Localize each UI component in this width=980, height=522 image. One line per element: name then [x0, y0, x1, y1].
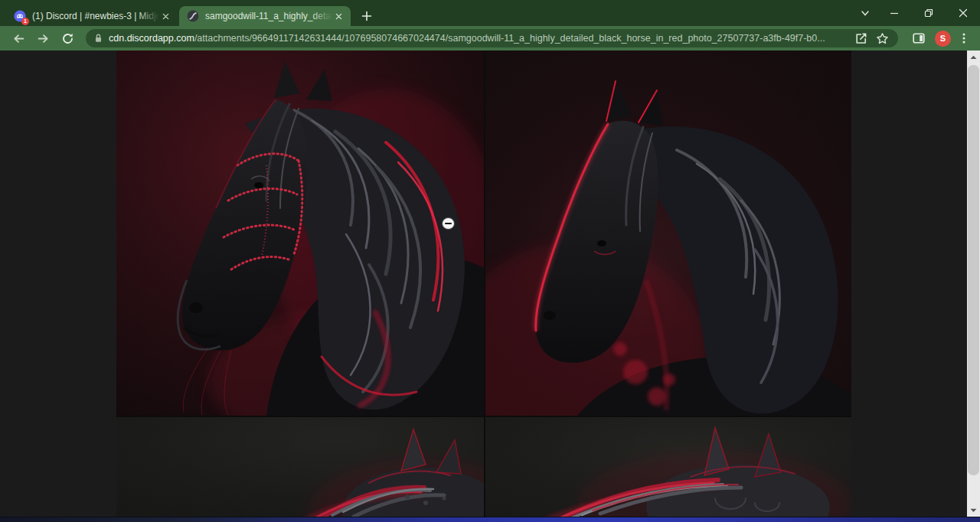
horse-artwork-braided-right: [485, 417, 851, 522]
tab-image[interactable]: samgoodwill-11_a_highly_detaile: [179, 6, 351, 26]
tab-title: (1) Discord | #newbies-3 | Midjou: [32, 10, 159, 22]
discord-favicon-icon: 1: [14, 10, 26, 22]
page-content: [0, 51, 980, 522]
tab-search-chevron-icon[interactable]: [856, 7, 874, 19]
address-bar[interactable]: cdn.discordapp.com/attachments/966491171…: [86, 29, 898, 47]
image-quadrant-bottom-left[interactable]: [116, 417, 484, 522]
side-panel-icon[interactable]: [909, 28, 929, 48]
title-fade: [311, 10, 332, 22]
vertical-scrollbar[interactable]: [967, 51, 980, 517]
share-icon[interactable]: [852, 30, 869, 47]
tab-title: samgoodwill-11_a_highly_detaile: [205, 10, 332, 22]
new-tab-button[interactable]: [357, 7, 377, 25]
scrollbar-thumb[interactable]: [968, 65, 979, 475]
notification-badge: 1: [21, 18, 29, 25]
scroll-down-button[interactable]: [967, 504, 980, 517]
zoom-out-cursor-icon: [442, 217, 455, 230]
toolbar-right: S: [906, 28, 974, 48]
browser-window: 1 (1) Discord | #newbies-3 | Midjou samg…: [0, 0, 980, 522]
image-quadrant-top-right[interactable]: [485, 51, 851, 416]
profile-avatar[interactable]: S: [935, 31, 951, 47]
window-controls: [877, 0, 980, 26]
forward-button[interactable]: [32, 28, 54, 49]
tab-strip: 1 (1) Discord | #newbies-3 | Midjou samg…: [0, 0, 980, 26]
lock-icon[interactable]: [93, 33, 103, 44]
close-tab-icon[interactable]: [159, 10, 172, 22]
close-window-button[interactable]: [946, 0, 980, 26]
bookmark-star-icon[interactable]: [874, 30, 890, 47]
close-tab-icon[interactable]: [332, 10, 345, 22]
image-quadrant-bottom-right[interactable]: [485, 417, 851, 522]
reload-button[interactable]: [57, 28, 78, 49]
globe-favicon-icon: [187, 10, 199, 22]
horse-artwork-rimlit: [485, 51, 851, 416]
horse-artwork-braided-left: [116, 417, 484, 522]
minimize-button[interactable]: [877, 0, 911, 26]
horse-image-grid: [116, 51, 851, 522]
taskbar-edge-strip: [0, 517, 980, 522]
image-quadrant-top-left[interactable]: [116, 51, 484, 416]
scroll-up-button[interactable]: [967, 51, 980, 64]
back-button[interactable]: [8, 28, 29, 49]
browser-toolbar: cdn.discordapp.com/attachments/966491171…: [0, 26, 980, 51]
url-text: cdn.discordapp.com/attachments/966491171…: [109, 33, 848, 44]
restore-button[interactable]: [911, 0, 946, 26]
kebab-menu-icon[interactable]: [954, 28, 974, 48]
tab-discord[interactable]: 1 (1) Discord | #newbies-3 | Midjou: [6, 6, 178, 26]
minus-glyph: [445, 223, 452, 224]
horse-artwork-bridled: [116, 51, 484, 416]
title-fade: [138, 10, 159, 22]
